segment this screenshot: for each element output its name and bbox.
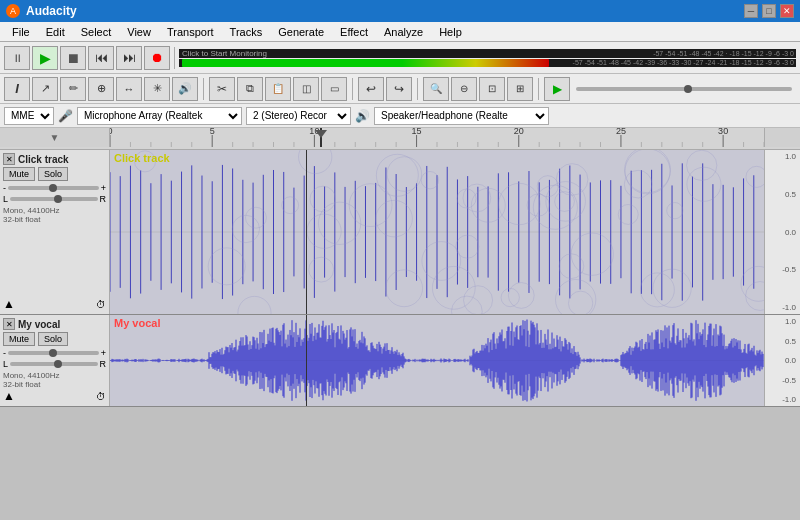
vocal-track-mute-button[interactable]: Mute <box>3 332 35 346</box>
cut-button[interactable]: ✂ <box>209 77 235 101</box>
minimize-button[interactable]: ─ <box>744 4 758 18</box>
input-channels-select[interactable]: 2 (Stereo) Recor <box>246 107 351 125</box>
menu-item-transport[interactable]: Transport <box>159 24 222 40</box>
click-track-mute-button[interactable]: Mute <box>3 167 35 181</box>
vocal-track-v-scale: 1.0 0.5 0.0 -0.5 -1.0 <box>764 315 800 406</box>
play-button[interactable]: ▶ <box>32 46 58 70</box>
menu-item-view[interactable]: View <box>119 24 159 40</box>
click-track-footer: ▲ ⏱ <box>3 297 106 311</box>
vocal-track-info: Mono, 44100Hz 32-bit float <box>3 371 106 389</box>
window-controls[interactable]: ─ □ ✕ <box>744 4 794 18</box>
selection-tool-button[interactable]: I <box>4 77 30 101</box>
vocal-gain-plus-label: + <box>101 348 106 358</box>
vocal-track-expand-button[interactable]: ▲ <box>3 389 15 403</box>
skip-fwd-button[interactable]: ⏭ <box>116 46 142 70</box>
menu-item-select[interactable]: Select <box>73 24 120 40</box>
stop-button[interactable]: ⏹ <box>60 46 86 70</box>
vocal-track-controls: ✕ My vocal Mute Solo - + L R <box>0 315 110 406</box>
playback-thumb <box>684 85 692 93</box>
vocal-track-solo-button[interactable]: Solo <box>38 332 68 346</box>
zoom-out-button[interactable]: ⊖ <box>451 77 477 101</box>
host-select[interactable]: MME <box>4 107 54 125</box>
click-waveform-canvas <box>110 150 764 314</box>
click-track-controls: ✕ Click track Mute Solo - + L R <box>0 150 110 314</box>
vocal-track-menu-button[interactable]: ⏱ <box>96 391 106 402</box>
ruler-controls-spacer: ▼ <box>0 128 110 147</box>
menu-item-file[interactable]: File <box>4 24 38 40</box>
record-button[interactable]: ⏺ <box>144 46 170 70</box>
click-track-pan-slider[interactable] <box>10 197 97 201</box>
pan-l-label: L <box>3 194 8 204</box>
speaker-button[interactable]: 🔊 <box>172 77 198 101</box>
menu-bar: FileEditSelectViewTransportTracksGenerat… <box>0 22 800 42</box>
zoom-in-button[interactable]: 🔍 <box>423 77 449 101</box>
vocal-track-pan-slider[interactable] <box>10 362 97 366</box>
click-track-header: ✕ Click track <box>3 153 106 165</box>
playback-vu-meter[interactable]: -57 -54 -51 -48 -45 -42 -39 -36 -33 -30 … <box>179 59 796 67</box>
click-track-expand-button[interactable]: ▲ <box>3 297 15 311</box>
vocal-track-label: My vocal <box>114 317 160 329</box>
zoom-tool-button[interactable]: ⊕ <box>88 77 114 101</box>
silence-button[interactable]: ▭ <box>321 77 347 101</box>
vocal-track-pan-thumb <box>54 360 62 368</box>
maximize-button[interactable]: □ <box>762 4 776 18</box>
multi-tool-button[interactable]: ✳ <box>144 77 170 101</box>
click-track-label: Click track <box>114 152 170 164</box>
undo-button[interactable]: ↩ <box>358 77 384 101</box>
click-track-pan-thumb <box>54 195 62 203</box>
main-tracks-area: ✕ Click track Mute Solo - + L R <box>0 150 800 407</box>
output-icon: 🔊 <box>355 109 370 123</box>
click-track-buttons: Mute Solo <box>3 167 106 181</box>
vocal-track-close-button[interactable]: ✕ <box>3 318 15 330</box>
playhead-triangle <box>315 130 327 138</box>
click-track-gain-row: - + <box>3 183 106 193</box>
menu-item-generate[interactable]: Generate <box>270 24 332 40</box>
playback-slider[interactable] <box>576 87 792 91</box>
menu-item-help[interactable]: Help <box>431 24 470 40</box>
record-vu-meter[interactable]: Click to Start Monitoring -57 -54 -51 -4… <box>179 49 796 58</box>
zoom-fit-button[interactable]: ⊞ <box>507 77 533 101</box>
toolbar-sep-1 <box>174 47 175 69</box>
click-track-gain-slider[interactable] <box>8 186 99 190</box>
vocal-track-name: My vocal <box>15 319 106 330</box>
timeline-ruler[interactable]: ▼ <box>0 128 800 150</box>
pause-button[interactable]: ⏸ <box>4 46 30 70</box>
vocal-track-footer: ▲ ⏱ <box>3 389 106 403</box>
timeshift-tool-button[interactable]: ↔ <box>116 77 142 101</box>
title-bar: A Audacity ─ □ ✕ <box>0 0 800 22</box>
transport-toolbar: ⏸ ▶ ⏹ ⏮ ⏭ ⏺ Click to Start Monitoring -5… <box>0 42 800 74</box>
trim-button[interactable]: ◫ <box>293 77 319 101</box>
click-track-gain-thumb <box>49 184 57 192</box>
vocal-pan-r-label: R <box>100 359 107 369</box>
zoom-selection-button[interactable]: ⊡ <box>479 77 505 101</box>
vocal-track: ✕ My vocal Mute Solo - + L R <box>0 315 800 407</box>
menu-item-edit[interactable]: Edit <box>38 24 73 40</box>
output-device-select[interactable]: Speaker/Headphone (Realte <box>374 107 549 125</box>
window-title: Audacity <box>26 4 77 18</box>
copy-button[interactable]: ⧉ <box>237 77 263 101</box>
vocal-track-waveform[interactable]: My vocal <box>110 315 764 406</box>
record-vu-label: Click to Start Monitoring <box>182 49 267 58</box>
title-bar-left: A Audacity <box>6 4 77 18</box>
input-device-select[interactable]: Microphone Array (Realtek <box>77 107 242 125</box>
menu-item-analyze[interactable]: Analyze <box>376 24 431 40</box>
click-track-pan-row: L R <box>3 194 106 204</box>
vocal-track-gain-thumb <box>49 349 57 357</box>
draw-tool-button[interactable]: ✏ <box>60 77 86 101</box>
redo-button[interactable]: ↪ <box>386 77 412 101</box>
click-track-waveform[interactable]: Click track <box>110 150 764 314</box>
close-button[interactable]: ✕ <box>780 4 794 18</box>
device-bar: MME 🎤 Microphone Array (Realtek 2 (Stere… <box>0 104 800 128</box>
click-track-menu-button[interactable]: ⏱ <box>96 299 106 310</box>
envelope-tool-button[interactable]: ↗ <box>32 77 58 101</box>
menu-item-tracks[interactable]: Tracks <box>222 24 271 40</box>
toolbar-sep-2 <box>203 78 204 100</box>
skip-back-button[interactable]: ⏮ <box>88 46 114 70</box>
toolbar-sep-3 <box>352 78 353 100</box>
menu-item-effect[interactable]: Effect <box>332 24 376 40</box>
vocal-track-gain-slider[interactable] <box>8 351 99 355</box>
paste-button[interactable]: 📋 <box>265 77 291 101</box>
play-region-button[interactable]: ▶ <box>544 77 570 101</box>
click-track-solo-button[interactable]: Solo <box>38 167 68 181</box>
click-track-close-button[interactable]: ✕ <box>3 153 15 165</box>
